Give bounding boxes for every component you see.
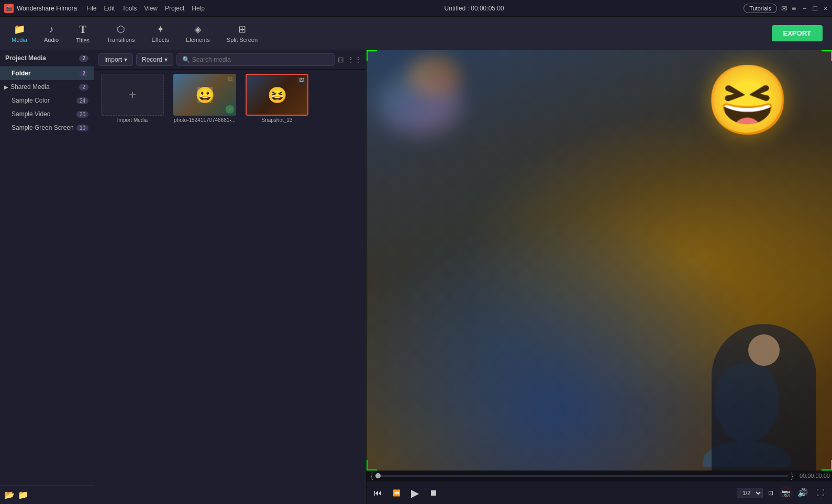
hamburger-icon[interactable]: ≡	[792, 4, 796, 13]
folder-count: 2	[79, 70, 88, 77]
sidebar-item-sample-video[interactable]: Sample Video 20	[0, 107, 94, 121]
main-area: Project Media 2 Folder 2 ▶ Shared Media …	[0, 50, 832, 504]
preview-scrubber[interactable]: { } 00:00:00:00	[367, 471, 832, 481]
import-label: Import	[104, 56, 122, 63]
toolbar-titles[interactable]: T Titles	[68, 20, 97, 47]
record-label: Record	[142, 56, 162, 63]
sidebar-item-sample-green[interactable]: Sample Green Screen 10	[0, 121, 94, 135]
import-chevron: ▾	[124, 56, 127, 63]
panel-count: 2	[79, 55, 88, 62]
sample-green-label: Sample Green Screen	[12, 124, 74, 131]
emoji-balloon: 😆	[705, 61, 790, 140]
scrubber-track[interactable]	[375, 475, 789, 477]
snapshot-button[interactable]: 📷	[779, 486, 792, 500]
bg-color-2	[408, 55, 461, 97]
sidebar-item-sample-color[interactable]: Sample Color 24	[0, 94, 94, 107]
menu-help[interactable]: Help	[192, 5, 205, 12]
import-media-item[interactable]: + Import Media	[98, 74, 167, 500]
media-item-snapshot13[interactable]: 😆 🖼 Snapshot_13	[243, 74, 311, 500]
new-folder-button[interactable]: 📁	[18, 490, 28, 500]
transitions-icon: ⬡	[117, 24, 125, 35]
snapshot-type-icon: 🖼	[297, 77, 305, 83]
toolbar-audio[interactable]: ♪ Audio	[37, 21, 66, 46]
notification-icon[interactable]: ✉	[781, 4, 787, 13]
left-sidebar: Project Media 2 Folder 2 ▶ Shared Media …	[0, 50, 94, 504]
add-folder-button[interactable]: 📂	[4, 490, 15, 500]
import-dropdown[interactable]: Import ▾	[98, 53, 133, 66]
menu-file[interactable]: File	[86, 5, 96, 12]
sample-color-count: 24	[76, 97, 88, 104]
window-title: Untitled : 00:00:05:00	[205, 5, 744, 12]
snapshot13-thumbnail: 😆 🖼	[246, 74, 308, 116]
preview-video: 😆 👤	[367, 50, 832, 471]
panel-title: Project Media	[5, 54, 46, 62]
search-input[interactable]	[192, 56, 329, 63]
person-hand	[748, 334, 780, 366]
fullscreen-button[interactable]: ⛶	[813, 486, 828, 500]
elements-label: Elements	[186, 37, 210, 43]
import-drop-zone[interactable]: +	[101, 74, 164, 116]
record-dropdown[interactable]: Record ▾	[136, 53, 173, 66]
panel-header: Project Media 2	[0, 50, 94, 66]
tutorials-button[interactable]: Tutorials	[744, 4, 777, 13]
sidebar-item-shared-media[interactable]: ▶ Shared Media 2	[0, 80, 94, 94]
shared-media-arrow: ▶	[4, 84, 8, 90]
sidebar-item-folder[interactable]: Folder 2	[0, 66, 94, 80]
stop-button[interactable]: ⏹	[426, 486, 441, 500]
grid-view-icon[interactable]: ⋮⋮	[347, 55, 362, 64]
minimize-button[interactable]: −	[802, 4, 806, 13]
menu-tools[interactable]: Tools	[122, 5, 137, 12]
sample-video-label: Sample Video	[12, 110, 51, 118]
title-right: Tutorials ✉ ≡ − □ ×	[744, 4, 828, 13]
close-button[interactable]: ×	[824, 4, 828, 13]
menu-edit[interactable]: Edit	[104, 5, 115, 12]
record-chevron: ▾	[164, 56, 168, 63]
menu-bar: File Edit Tools View Project Help	[86, 5, 205, 12]
audio-icon: ♪	[49, 24, 54, 35]
current-timecode: 00:00:00:00	[800, 473, 830, 479]
audio-label: Audio	[44, 37, 59, 43]
media-icon: 📁	[14, 24, 25, 35]
export-button[interactable]: EXPORT	[772, 25, 823, 41]
menu-view[interactable]: View	[144, 5, 158, 12]
import-media-label: Import Media	[117, 117, 148, 123]
toolbar-split-screen[interactable]: ⊞ Split Screen	[219, 20, 265, 46]
in-point-marker: {	[371, 472, 373, 480]
step-back-button[interactable]: ⏮	[371, 486, 385, 500]
toolbar-effects[interactable]: ✦ Effects	[145, 20, 176, 46]
volume-button[interactable]: 🔊	[794, 486, 811, 500]
fit-preview-button[interactable]: ⊡	[765, 487, 776, 499]
titles-icon: T	[79, 24, 86, 36]
app-icon: 🎬	[4, 4, 14, 13]
toolbar-media[interactable]: 📁 Media	[4, 20, 35, 46]
shared-media-label: Shared Media	[10, 83, 50, 91]
frame-back-button[interactable]: ⏪	[390, 487, 404, 499]
maximize-button[interactable]: □	[813, 4, 817, 13]
sample-color-label: Sample Color	[12, 97, 50, 104]
snapshot13-label: Snapshot_13	[262, 117, 293, 123]
effects-label: Effects	[152, 37, 169, 43]
toolbar-elements[interactable]: ◈ Elements	[179, 20, 217, 46]
play-button[interactable]: ▶	[408, 485, 422, 501]
scrubber-thumb[interactable]	[375, 473, 381, 478]
split-screen-label: Split Screen	[227, 37, 258, 43]
effects-icon: ✦	[157, 24, 164, 35]
search-box[interactable]: 🔍	[176, 53, 335, 66]
out-point-marker: }	[791, 472, 793, 480]
filter-icon[interactable]: ⊟	[338, 55, 344, 64]
preview-panel: 😆 👤 { } 00:00:00:00	[367, 50, 832, 504]
app-name: Wondershare Filmora	[17, 5, 77, 12]
video-content: 😆 👤	[367, 50, 832, 471]
speed-select[interactable]: 1/2	[737, 488, 763, 498]
border-tr	[822, 50, 832, 61]
media-browser: Import ▾ Record ▾ 🔍 ⊟ ⋮⋮ + Import Media	[94, 50, 367, 504]
media-item-photo1[interactable]: 🏞️ 🖼 ✓ 😀 photo-15241170746681-...	[171, 74, 239, 500]
shared-media-count: 2	[79, 84, 88, 91]
search-icon: 🔍	[182, 56, 190, 63]
toolbar-transitions[interactable]: ⬡ Transitions	[99, 20, 142, 46]
media-grid: + Import Media 🏞️ 🖼 ✓ 😀 photo-1524117074…	[94, 70, 366, 504]
sample-green-count: 10	[76, 125, 88, 131]
photo1-label: photo-15241170746681-...	[174, 117, 236, 123]
menu-project[interactable]: Project	[165, 5, 184, 12]
folder-label: Folder	[12, 70, 31, 77]
